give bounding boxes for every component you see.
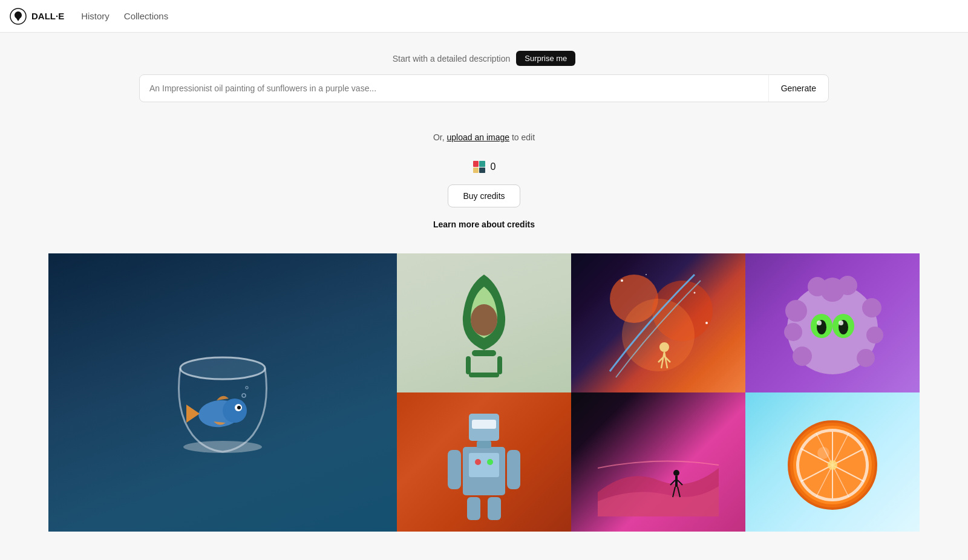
prompt-input-row: Generate [139, 74, 829, 102]
prompt-description-label: Start with a detailed description [393, 54, 511, 63]
credits-section: 0 Buy credits Learn more about credits [0, 160, 968, 229]
svg-rect-11 [472, 350, 496, 356]
upload-row: Or, upload an image to edit [0, 132, 968, 142]
svg-rect-40 [472, 420, 496, 429]
svg-point-18 [659, 342, 669, 352]
svg-point-20 [694, 292, 696, 294]
app-logo[interactable]: DALL·E [10, 8, 64, 25]
svg-rect-14 [469, 373, 499, 377]
svg-point-49 [487, 459, 493, 465]
svg-point-37 [817, 321, 822, 325]
svg-point-62 [817, 447, 829, 459]
upload-suffix: to edit [512, 132, 535, 142]
svg-point-48 [475, 459, 481, 465]
svg-rect-12 [466, 356, 471, 374]
svg-rect-44 [507, 450, 520, 489]
upload-link[interactable]: upload an image [447, 132, 510, 142]
orange-illustration [778, 408, 887, 516]
gallery-item-robot[interactable] [397, 392, 571, 532]
svg-point-32 [838, 276, 857, 295]
learn-more-link[interactable]: Learn more about credits [433, 220, 535, 229]
svg-rect-13 [497, 356, 502, 374]
svg-rect-46 [488, 497, 501, 520]
credits-count-row: 0 [473, 160, 496, 174]
gallery-item-wave[interactable] [571, 392, 745, 532]
wave-illustration [598, 408, 719, 516]
fish-bowl-illustration [162, 320, 283, 465]
svg-point-17 [622, 299, 695, 371]
credits-color-icon [473, 161, 485, 173]
svg-point-31 [808, 277, 827, 296]
upload-prefix: Or, [433, 132, 445, 142]
gallery-section [0, 253, 968, 532]
monster-illustration [778, 262, 887, 383]
svg-point-19 [621, 279, 623, 282]
svg-point-4 [223, 399, 247, 423]
credits-count-label: 0 [491, 161, 496, 172]
surprise-me-button[interactable]: Surprise me [516, 51, 575, 66]
svg-point-2 [180, 357, 265, 379]
svg-point-8 [242, 394, 246, 397]
svg-rect-42 [469, 453, 499, 477]
svg-rect-51 [675, 476, 678, 487]
svg-point-21 [646, 274, 647, 275]
prompt-section: Start with a detailed description Surpri… [0, 33, 968, 114]
svg-point-28 [793, 347, 812, 366]
gallery-item-galaxy[interactable] [571, 253, 745, 392]
credits-icon [473, 160, 486, 174]
svg-point-50 [673, 470, 679, 476]
svg-rect-47 [477, 441, 491, 448]
svg-point-10 [471, 304, 497, 336]
prompt-top-row: Start with a detailed description Surpri… [393, 51, 576, 66]
main-content: Start with a detailed description Surpri… [0, 0, 968, 560]
header: DALL·E History Collections [0, 0, 968, 33]
gallery-grid [48, 253, 920, 532]
avocado-chair-illustration [436, 262, 532, 383]
buy-credits-button[interactable]: Buy credits [448, 184, 520, 207]
svg-point-26 [784, 323, 802, 341]
openai-icon [10, 8, 27, 25]
gallery-item-monster[interactable] [745, 253, 920, 392]
gallery-item-fish[interactable] [48, 253, 397, 532]
svg-point-27 [866, 327, 883, 343]
galaxy-illustration [598, 262, 719, 383]
generate-button[interactable]: Generate [768, 75, 828, 102]
svg-rect-45 [467, 497, 480, 520]
nav-history[interactable]: History [74, 8, 117, 24]
svg-point-7 [183, 441, 262, 453]
app-name-label: DALL·E [31, 11, 64, 21]
gallery-item-orange[interactable] [745, 392, 920, 532]
svg-point-24 [785, 300, 807, 322]
svg-point-61 [828, 460, 837, 470]
svg-point-38 [839, 321, 843, 325]
svg-rect-43 [448, 450, 461, 489]
prompt-input[interactable] [140, 75, 768, 102]
robot-illustration [436, 402, 532, 523]
svg-point-9 [246, 386, 248, 389]
svg-point-29 [857, 349, 875, 367]
svg-point-25 [862, 298, 881, 317]
svg-point-22 [705, 322, 708, 324]
main-nav: History Collections [74, 8, 175, 24]
gallery-item-avocado[interactable] [397, 253, 571, 392]
svg-point-6 [237, 406, 241, 409]
nav-collections[interactable]: Collections [117, 8, 175, 24]
